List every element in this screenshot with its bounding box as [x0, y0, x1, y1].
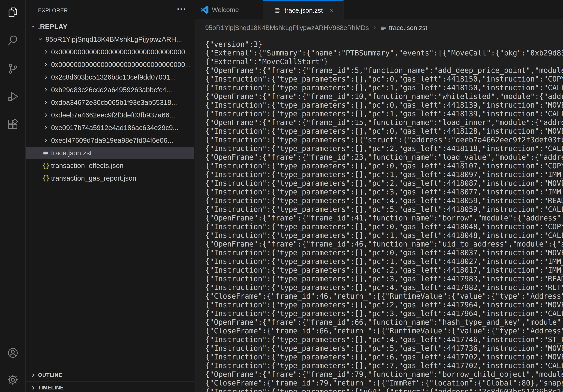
sidebar-item-file-transaction-gas-report-json[interactable]: {}transaction_gas_report.json — [26, 172, 194, 184]
settings-gear-icon[interactable] — [7, 374, 19, 386]
close-icon[interactable] — [328, 7, 334, 14]
tree-item-label: .REPLAY — [38, 23, 67, 31]
chevron-right-icon — [42, 112, 50, 119]
editor-line: {"Instruction":{"type_parameters":[],"pc… — [205, 205, 563, 214]
run-debug-icon[interactable] — [7, 91, 19, 103]
editor-line: {"Instruction":{"type_parameters":[],"pc… — [205, 283, 563, 292]
braces-icon: {} — [42, 175, 50, 182]
sidebar-item-address-0xecf4[interactable]: 0xecf47609d7da919ea98e7fd04f6e06... — [26, 134, 194, 147]
editor-line: {"OpenFrame":{"frame":{"frame_id":66,"fu… — [205, 318, 563, 327]
editor-line: {"CloseFrame":{"frame_id":79,"return_":[… — [205, 379, 563, 387]
explorer-title: EXPLORER — [38, 8, 68, 14]
tab-trace-json-zst[interactable]: trace.json.zst — [263, 0, 344, 20]
account-icon[interactable] — [7, 347, 19, 359]
tree-item-label: 0x000000000000000000000000000000000... — [51, 61, 191, 68]
editor-line: {"Instruction":{"type_parameters":[],"pc… — [205, 248, 563, 257]
editor-line: {"Instruction":{"type_parameters":[],"pc… — [205, 344, 563, 353]
editor-line: {"Instruction":{"type_parameters":[],"pc… — [205, 353, 563, 361]
editor-line: {"OpenFrame":{"frame":{"frame_id":23,"fu… — [205, 153, 563, 162]
editor-line: {"Instruction":{"type_parameters":[],"pc… — [205, 335, 563, 344]
tree-item-label: 0xdba34672e30cb065b1f93e3ab55318... — [51, 99, 177, 106]
editor-line: {"External":"MoveCallStart"} — [205, 57, 563, 66]
editor-line: {"Instruction":{"type_parameters":[],"pc… — [205, 266, 563, 274]
file-lines-icon — [380, 25, 387, 31]
editor-line: {"Instruction":{"type_parameters":[],"pc… — [205, 127, 563, 136]
tree-item-label: 0xb29d83c26cdd2a64959263abbcfc4... — [51, 86, 172, 94]
editor-line: {"Instruction":{"type_parameters":[],"pc… — [205, 196, 563, 205]
tab-trace-label: trace.json.zst — [284, 7, 323, 14]
vscode-window: EXPLORER ··· .REPLAY95oR1YipjSnqd18K4BMs… — [0, 0, 563, 392]
file-lines-icon — [275, 7, 281, 14]
editor-line: {"Instruction":{"type_parameters":[],"pc… — [205, 144, 563, 153]
sidebar-explorer: EXPLORER ··· .REPLAY95oR1YipjSnqd18K4BMs… — [26, 0, 194, 392]
editor-group: Welcome trace.json.zst 95oR1YipjS — [194, 0, 563, 392]
editor-line: {"OpenFrame":{"frame":{"frame_id":15,"fu… — [205, 118, 563, 127]
chevron-right-icon — [30, 372, 37, 379]
editor-line: {"Instruction":{"type_parameters":[],"pc… — [205, 222, 563, 231]
explorer-header: EXPLORER ··· — [26, 0, 194, 20]
sidebar-item-address-0x2c8d[interactable]: 0x2c8d603bc51326b8c13cef9dd07031... — [26, 71, 194, 83]
editor-line: {"Instruction":{"type_parameters":[],"pc… — [205, 231, 563, 240]
editor-line: {"Instruction":{"type_parameters":[],"pc… — [205, 101, 563, 110]
search-icon[interactable] — [7, 34, 19, 47]
editor-line: {"OpenFrame":{"frame":{"frame_id":46,"fu… — [205, 240, 563, 248]
more-actions-icon[interactable]: ··· — [177, 4, 186, 14]
chevron-right-icon — [42, 124, 50, 131]
braces-icon: {} — [42, 162, 50, 169]
breadcrumb-digest[interactable]: 95oR1YipjSnqd18K4BMshkLgPijypwzARHV988eR… — [205, 24, 369, 32]
editor-line: {"OpenFrame":{"frame":{"frame_id":79,"fu… — [205, 370, 563, 379]
chevron-right-icon — [42, 137, 50, 144]
file-lines-icon — [42, 149, 50, 157]
tab-bar: Welcome trace.json.zst — [194, 0, 563, 20]
editor-line: {"Instruction":{"type_parameters":[],"pc… — [205, 75, 563, 83]
files-icon[interactable] — [7, 6, 19, 18]
chevron-right-icon — [42, 86, 50, 93]
source-control-icon[interactable] — [7, 63, 19, 75]
timeline-label: TIMELINE — [38, 385, 64, 391]
editor-line: {"Instruction":{"type_parameters":[],"pc… — [205, 301, 563, 309]
sidebar-item-file-transaction-effects-json[interactable]: {}transaction_effects.json — [26, 159, 194, 172]
sidebar-item-digest-folder[interactable]: 95oR1YipjSnqd18K4BMshkLgPijypwzARH... — [26, 33, 194, 46]
editor-line: {"CloseFrame":{"frame_id":46,"return_":[… — [205, 292, 563, 301]
tree-item-label: 0x000000000000000000000000000000000... — [51, 48, 191, 56]
editor-line: {"Instruction":{"type_parameters":[],"pc… — [205, 309, 563, 318]
sidebar-item-address-0xdeeb[interactable]: 0xdeeb7a4662eec9f2f3def03fb937a66... — [26, 109, 194, 121]
activity-bar — [0, 0, 26, 392]
editor-line: {"Instruction":{"type_parameters":[],"pc… — [205, 361, 563, 370]
tree-item-label: 95oR1YipjSnqd18K4BMshkLgPijypwzARH... — [46, 35, 182, 43]
editor-line: {"Instruction":{"type_parameters":["u64"… — [205, 387, 563, 392]
tree-item-label: transaction_effects.json — [51, 162, 124, 170]
editor-line: {"CloseFrame":{"frame_id":66,"return_":[… — [205, 327, 563, 335]
editor-line: {"Instruction":{"type_parameters":[],"pc… — [205, 110, 563, 118]
timeline-section-header[interactable]: TIMELINE — [26, 381, 194, 392]
file-tree: .REPLAY95oR1YipjSnqd18K4BMshkLgPijypwzAR… — [26, 20, 194, 184]
editor-line: {"Instruction":{"type_parameters":[],"pc… — [205, 257, 563, 266]
sidebar-item-address-0xe091[interactable]: 0xe0917b74a5912e4ad186ac634e29c9... — [26, 121, 194, 134]
extensions-icon[interactable] — [7, 118, 19, 131]
chevron-down-icon — [29, 23, 37, 30]
chevron-right-icon — [42, 48, 50, 55]
chevron-right-icon — [30, 384, 37, 392]
chevron-right-icon — [372, 25, 378, 31]
sidebar-item-address-0xdba3[interactable]: 0xdba34672e30cb065b1f93e3ab55318... — [26, 96, 194, 109]
editor-line: {"Instruction":{"type_parameters":[],"pc… — [205, 274, 563, 283]
editor-line: {"Instruction":{"type_parameters":[],"pc… — [205, 188, 563, 196]
editor-line: {"Instruction":{"type_parameters":[],"pc… — [205, 162, 563, 170]
sidebar-item-address-0xb29d[interactable]: 0xb29d83c26cdd2a64959263abbcfc4... — [26, 83, 194, 96]
editor-line: {"OpenFrame":{"frame":{"frame_id":5,"fun… — [205, 66, 563, 75]
chevron-down-icon — [37, 36, 44, 43]
sidebar-item-address-0x0-b[interactable]: 0x000000000000000000000000000000000... — [26, 58, 194, 71]
breadcrumb-file[interactable]: trace.json.zst — [389, 24, 427, 32]
tree-item-label: trace.json.zst — [51, 149, 92, 157]
sidebar-item-address-0x0-a[interactable]: 0x000000000000000000000000000000000... — [26, 46, 194, 58]
editor-line: {"Instruction":{"type_parameters":[{"str… — [205, 136, 563, 144]
editor-line: {"Instruction":{"type_parameters":[],"pc… — [205, 179, 563, 188]
sidebar-item-file-trace-json-zst[interactable]: trace.json.zst — [26, 147, 194, 159]
sidebar-item-replay-folder[interactable]: .REPLAY — [26, 20, 194, 33]
tab-welcome[interactable]: Welcome — [194, 0, 263, 20]
outline-section-header[interactable]: OUTLINE — [26, 369, 194, 381]
tree-item-label: 0x2c8d603bc51326b8c13cef9dd07031... — [51, 73, 176, 81]
tree-item-label: 0xdeeb7a4662eec9f2f3def03fb937a66... — [51, 111, 175, 119]
editor-content[interactable]: {"version":3}{"External":{"Summary":{"na… — [194, 36, 563, 392]
outline-label: OUTLINE — [38, 372, 62, 378]
